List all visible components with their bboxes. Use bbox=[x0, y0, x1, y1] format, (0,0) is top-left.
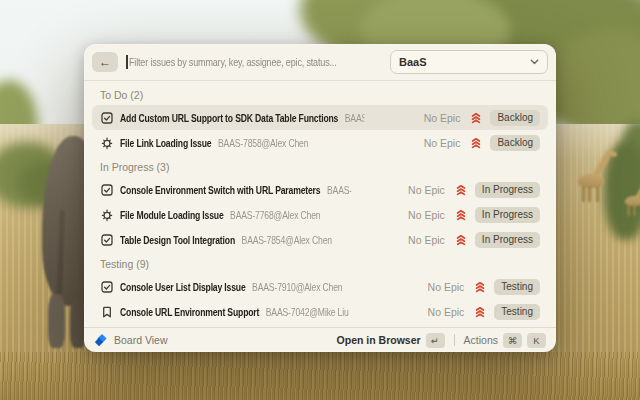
footer-bar: Board View Open in Browser ↵ Actions ⌘ K bbox=[84, 327, 556, 352]
issue-filter-window: ← Filter issues by summary, key, assigne… bbox=[84, 44, 556, 352]
giraffe-leg bbox=[588, 186, 591, 202]
issue-row[interactable]: File Link Loading Issue BAAS-7858@Alex C… bbox=[92, 130, 548, 155]
issue-section: Testing (9) Console User List Display Is… bbox=[92, 252, 548, 324]
epic-label: No Epic bbox=[424, 137, 461, 149]
epic-label: No Epic bbox=[428, 281, 465, 293]
priority-highest-icon bbox=[474, 306, 486, 318]
issue-text: Add Custom URL Support to SDK Data Table… bbox=[120, 112, 364, 124]
source-label: Board View bbox=[114, 334, 168, 346]
issue-title: Console URL Environment Support bbox=[120, 306, 259, 318]
search-header: ← Filter issues by summary, key, assigne… bbox=[84, 44, 556, 81]
issue-title: File Link Loading Issue bbox=[120, 137, 211, 149]
project-dropdown-value: BaaS bbox=[399, 56, 530, 68]
issue-key-assignee: BAAS-7910@Alex Chen bbox=[252, 281, 342, 293]
status-badge: Backlog bbox=[490, 110, 540, 126]
status-badge: Backlog bbox=[490, 135, 540, 151]
chevron-down-icon bbox=[530, 59, 539, 65]
issue-text: File Module Loading Issue BAAS-7768@Alex… bbox=[120, 209, 351, 221]
giraffe-leg bbox=[596, 186, 599, 202]
status-badge: Testing bbox=[494, 279, 540, 295]
issue-row[interactable]: Console Environment Switch with URL Para… bbox=[92, 177, 548, 202]
issue-key-assignee: BAAS-7858@Alex Chen bbox=[218, 137, 308, 149]
giraffe-leg bbox=[628, 205, 630, 217]
giraffe-distant bbox=[619, 179, 640, 224]
issue-key-assignee: BAAS-7609@Alex Chen bbox=[327, 184, 351, 196]
priority-highest-icon bbox=[474, 281, 486, 293]
epic-label: No Epic bbox=[408, 209, 445, 221]
epic-label: No Epic bbox=[424, 112, 461, 124]
status-badge: In Progress bbox=[475, 207, 540, 223]
issue-row[interactable]: Table Design Tool Integration BAAS-7854@… bbox=[92, 227, 548, 252]
jira-icon bbox=[94, 334, 107, 347]
back-arrow-icon: ← bbox=[99, 55, 111, 69]
issue-key-assignee: BAAS-7042@Mike Liu bbox=[266, 306, 349, 318]
issue-row[interactable]: Console User List Display Issue BAAS-791… bbox=[92, 274, 548, 299]
task-icon bbox=[100, 233, 114, 247]
section-rows: Console Environment Switch with URL Para… bbox=[92, 177, 548, 252]
status-badge: In Progress bbox=[475, 232, 540, 248]
project-dropdown[interactable]: BaaS bbox=[390, 50, 548, 74]
return-key-icon: ↵ bbox=[426, 333, 445, 348]
issue-key-assignee: BAAS-7854@Alex Chen bbox=[242, 234, 332, 246]
epic-label: No Epic bbox=[428, 306, 465, 318]
section-label: To Do (2) bbox=[92, 83, 548, 105]
status-badge: In Progress bbox=[475, 182, 540, 198]
priority-highest-icon bbox=[455, 184, 467, 196]
actions-label: Actions bbox=[464, 334, 498, 346]
issue-title: Console Environment Switch with URL Para… bbox=[120, 184, 320, 196]
issue-list: To Do (2) Add Custom URL Support to SDK … bbox=[84, 81, 556, 327]
bug-icon bbox=[100, 136, 114, 150]
footer-divider bbox=[454, 334, 455, 346]
priority-highest-icon bbox=[455, 209, 467, 221]
section-rows: Console User List Display Issue BAAS-791… bbox=[92, 274, 548, 324]
issue-text: Console User List Display Issue BAAS-791… bbox=[120, 281, 367, 293]
text-caret bbox=[126, 55, 128, 69]
issue-title: Console User List Display Issue bbox=[120, 281, 246, 293]
issue-row[interactable]: Console URL Environment Support BAAS-704… bbox=[92, 299, 548, 324]
issue-title: Add Custom URL Support to SDK Data Table… bbox=[120, 112, 338, 124]
back-button[interactable]: ← bbox=[92, 52, 118, 72]
issue-title: File Module Loading Issue bbox=[120, 209, 224, 221]
open-in-browser-label: Open in Browser bbox=[337, 334, 421, 346]
issue-text: Console URL Environment Support BAAS-704… bbox=[120, 306, 367, 318]
section-label: In Progress (3) bbox=[92, 155, 548, 177]
issue-text: Console Environment Switch with URL Para… bbox=[120, 184, 351, 196]
task-icon bbox=[100, 280, 114, 294]
section-rows: Add Custom URL Support to SDK Data Table… bbox=[92, 105, 548, 155]
issue-title: Table Design Tool Integration bbox=[120, 234, 235, 246]
k-key-icon: K bbox=[527, 333, 546, 348]
search-placeholder: Filter issues by summary, key, assignee,… bbox=[129, 56, 337, 68]
epic-label: No Epic bbox=[408, 234, 445, 246]
priority-highest-icon bbox=[455, 234, 467, 246]
issue-row[interactable]: File Module Loading Issue BAAS-7768@Alex… bbox=[92, 202, 548, 227]
search-input[interactable]: Filter issues by summary, key, assignee,… bbox=[126, 44, 382, 80]
bug-icon bbox=[100, 208, 114, 222]
issue-section: In Progress (3) Console Environment Swit… bbox=[92, 155, 548, 252]
status-badge: Testing bbox=[494, 304, 540, 320]
bookmark-icon bbox=[100, 305, 114, 319]
issue-text: File Link Loading Issue BAAS-7858@Alex C… bbox=[120, 137, 364, 149]
command-key-icon: ⌘ bbox=[503, 333, 522, 348]
issue-key-assignee: BAAS-7768@Alex Chen bbox=[230, 209, 320, 221]
giraffe-leg bbox=[582, 186, 585, 202]
issue-section: To Do (2) Add Custom URL Support to SDK … bbox=[92, 83, 548, 155]
issue-row[interactable]: Add Custom URL Support to SDK Data Table… bbox=[92, 105, 548, 130]
open-in-browser-action[interactable]: Open in Browser ↵ bbox=[337, 333, 445, 348]
priority-highest-icon bbox=[470, 137, 482, 149]
actions-menu-button[interactable]: Actions ⌘ K bbox=[464, 333, 546, 348]
task-icon bbox=[100, 183, 114, 197]
giraffe-leg bbox=[633, 205, 635, 217]
priority-highest-icon bbox=[470, 112, 482, 124]
section-label: Testing (9) bbox=[92, 252, 548, 274]
task-icon bbox=[100, 111, 114, 125]
elephant-leg bbox=[48, 294, 65, 348]
epic-label: No Epic bbox=[408, 184, 445, 196]
foreground-grass bbox=[0, 352, 640, 400]
issue-key-assignee: BAAS-7888@Alex Chen bbox=[345, 112, 364, 124]
issue-text: Table Design Tool Integration BAAS-7854@… bbox=[120, 234, 351, 246]
